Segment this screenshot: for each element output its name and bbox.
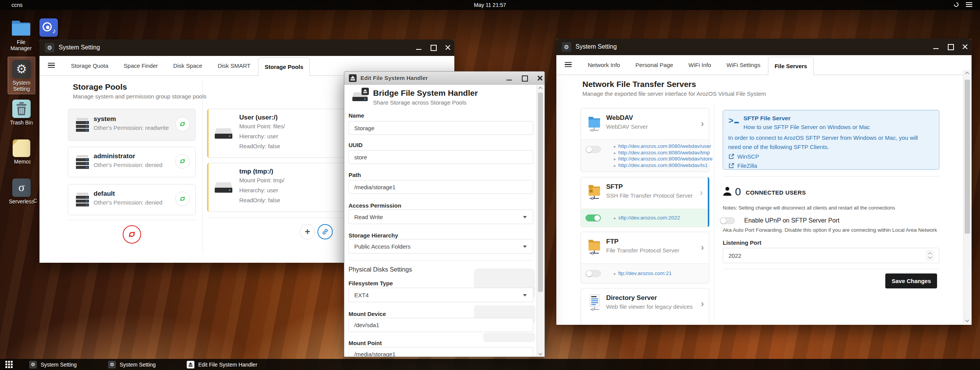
sync-pool-button[interactable] [175, 192, 190, 206]
desktop-icon-serverless[interactable]: σ Serverless [6, 178, 37, 205]
tab-space-finder[interactable]: Space Finder [116, 56, 166, 76]
mount-card-user[interactable]: User (user:/) Mount Point: files/ Hierar… [207, 109, 349, 158]
desktop-icon-file-manager[interactable]: File Manager [6, 19, 36, 51]
tab-network-info[interactable]: Network Info [580, 55, 628, 75]
server-stack-icon [75, 192, 90, 208]
tab-wifi-settings[interactable]: WiFi Settings [719, 55, 768, 75]
ftp-link[interactable]: ftp://dev.arozos.com:21 [618, 270, 672, 276]
sync-pool-button[interactable] [175, 117, 190, 131]
name-input[interactable] [349, 121, 533, 135]
start-grid-icon[interactable] [5, 361, 14, 368]
webdav-link[interactable]: http://dev.arozos.com:8080/webdav/user [618, 143, 711, 149]
scroll-down-icon[interactable] [539, 352, 543, 355]
maximize-button[interactable] [947, 43, 954, 50]
server-card-webdav[interactable]: WebDAVWebDAV Server › ▸http://dev.arozos… [580, 108, 709, 172]
ftp-folder-icon [588, 238, 601, 256]
spinner-icon[interactable] [953, 2, 960, 8]
dialog-scrollbar[interactable] [536, 85, 544, 357]
ftp-toggle[interactable] [585, 270, 601, 277]
sftp-info-box: > SFTP File Server How to use SFTP File … [723, 110, 939, 170]
chevron-right-icon[interactable]: › [701, 298, 704, 309]
minimize-button[interactable] [415, 44, 422, 51]
bullet-icon: ▸ [614, 157, 616, 161]
client-link-winscp[interactable]: WinSCP [728, 153, 759, 160]
tab-storage-pools[interactable]: Storage Pools [258, 57, 310, 76]
desktop-icon-system-setting[interactable]: ⚙ System Setting [6, 60, 37, 92]
mount-device-input[interactable] [349, 318, 533, 332]
close-button[interactable] [962, 43, 968, 50]
client-link-filezilla[interactable]: FileZilla [728, 162, 757, 169]
scroll-up-icon[interactable] [965, 72, 969, 76]
close-button[interactable] [536, 75, 543, 82]
server-card-sftp[interactable]: SFTPSSH File Transfer Protocol Server › … [580, 177, 709, 227]
window1-titlebar[interactable]: ⚙ System Setting [39, 39, 454, 56]
pool-card-administrator[interactable]: administratorOther's Permission: denied [68, 147, 196, 177]
scroll-up-icon[interactable] [539, 87, 543, 91]
desktop-icon-memo[interactable]: Memo [6, 139, 37, 165]
bridge-link-button[interactable] [317, 224, 333, 239]
pool-card-system[interactable]: systemOther's Permission: readwrite [68, 109, 196, 141]
sync-pool-button[interactable] [175, 154, 190, 169]
chevron-right-icon[interactable]: › [701, 242, 704, 253]
access-permission-label: Access Permission [349, 202, 401, 209]
webdav-toggle[interactable] [585, 146, 601, 153]
hamburger-icon[interactable] [565, 62, 572, 68]
mount-point-input[interactable] [349, 347, 533, 357]
divider [68, 220, 196, 220]
uuid-input[interactable] [349, 150, 533, 164]
desktop-icon-trash-bin[interactable]: Trash Bin [6, 100, 37, 126]
menu-icon[interactable] [966, 2, 972, 8]
tab-storage-quota[interactable]: Storage Quota [63, 56, 116, 76]
tab-wifi-info[interactable]: WiFi Info [681, 55, 719, 75]
watermark-disk-icon [471, 259, 545, 351]
minimize-button[interactable] [506, 75, 513, 82]
path-input[interactable] [349, 180, 533, 194]
pool-card-default[interactable]: defaultOther's Permission: denied [68, 184, 196, 215]
mount-point-label: Mount Point [349, 340, 382, 346]
server-stack-icon [75, 155, 90, 170]
scroll-down-icon[interactable] [965, 318, 969, 322]
reload-pools-button[interactable] [123, 225, 141, 244]
maximize-button[interactable] [521, 75, 528, 82]
webdav-link[interactable]: http://dev.arozos.com:8080/webdav/store [618, 156, 713, 162]
scrollbar-thumb[interactable] [538, 93, 543, 292]
minimize-button[interactable] [932, 43, 939, 50]
sftp-link[interactable]: sftp://dev.arozos.com:2022 [618, 215, 680, 221]
maximize-button[interactable] [430, 44, 437, 51]
server-card-ftp[interactable]: FTPFile Transfer Protocol Server › ▸ftp:… [580, 232, 709, 283]
webdav-link[interactable]: http://dev.arozos.com:8080/webdav/tmp [618, 150, 710, 156]
access-permission-select[interactable]: Read Write [349, 210, 533, 224]
taskbar-item-system-setting-2[interactable]: ⚙ System Setting [108, 359, 156, 370]
add-handler-button[interactable]: + [300, 224, 315, 239]
server-card-directory[interactable]: Directory ServerWeb file viewer for lega… [580, 288, 709, 325]
tab-file-servers[interactable]: File Servers [768, 57, 814, 75]
filesystem-type-select[interactable]: EXT4 [349, 288, 533, 302]
terminal-icon: > [728, 116, 739, 126]
hamburger-icon[interactable] [48, 63, 55, 69]
divider [349, 260, 533, 260]
mount-card-tmp[interactable]: tmp (tmp:/) Mount Point: tmp/ Hierarchy:… [207, 163, 349, 212]
number-spinner[interactable] [926, 250, 933, 260]
refresh-icon [179, 195, 186, 203]
tab-disk-space[interactable]: Disk Space [166, 56, 210, 76]
chevron-right-icon[interactable]: › [701, 118, 704, 129]
window2-scrollbar[interactable] [963, 70, 971, 324]
chevron-right-icon[interactable]: › [700, 187, 703, 198]
window2-titlebar[interactable]: ⚙ System Setting [556, 39, 972, 55]
dialog-titlebar[interactable]: Edit File System Handler [344, 72, 544, 85]
taskbar-item-edit-fs-handler[interactable]: Edit File System Handler [187, 359, 257, 370]
tab-personal-page[interactable]: Personal Page [628, 55, 681, 75]
storage-hierarchy-select[interactable]: Public Access Folders [349, 239, 533, 254]
sftp-toggle[interactable] [585, 214, 601, 221]
scrollbar-thumb[interactable] [965, 80, 970, 234]
page-title: Network File Transfer Servers [582, 80, 696, 89]
upnp-toggle[interactable] [720, 217, 735, 224]
webdav-link[interactable]: http://dev.arozos.com:8080/webdav/is1 [618, 162, 708, 168]
desktop-icon-music[interactable]: ♪ [33, 18, 64, 38]
divider [723, 176, 939, 177]
listening-port-input[interactable] [723, 248, 939, 263]
taskbar-item-system-setting-1[interactable]: ⚙ System Setting [29, 359, 77, 370]
tab-disk-smart[interactable]: Disk SMART [210, 56, 258, 76]
close-button[interactable] [444, 44, 451, 51]
save-changes-button[interactable]: Save Changes [885, 273, 937, 288]
